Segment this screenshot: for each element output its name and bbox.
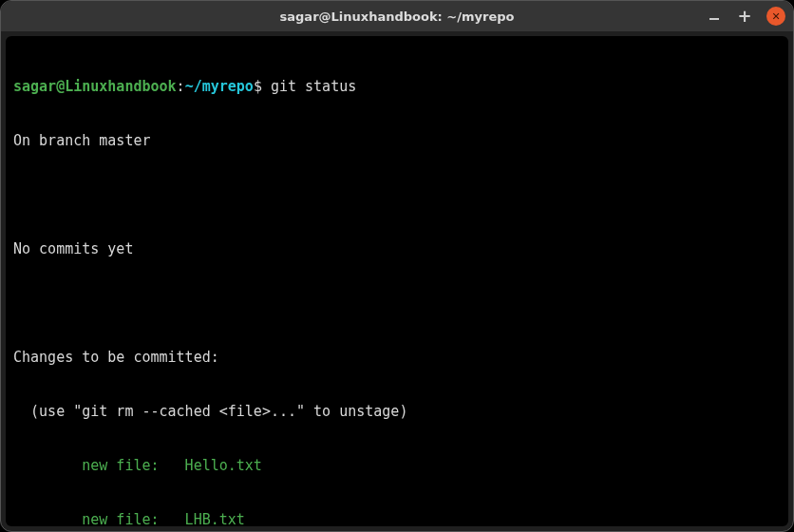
- prompt-colon: :: [177, 78, 185, 95]
- prompt-dollar: $: [254, 78, 262, 95]
- staged-file: new file: Hello.txt: [13, 457, 781, 475]
- output-line: No commits yet: [13, 240, 781, 258]
- prompt-path: ~/myrepo: [185, 78, 254, 95]
- staged-file: new file: LHB.txt: [13, 511, 781, 526]
- prompt-user-host: sagar@Linuxhandbook: [13, 78, 177, 95]
- titlebar: sagar@Linuxhandbook: ~/myrepo: [1, 1, 793, 31]
- command-text: git status: [271, 78, 356, 95]
- terminal-window: sagar@Linuxhandbook: ~/myrepo sagar@Linu…: [0, 0, 794, 532]
- maximize-button[interactable]: [736, 8, 753, 25]
- window-controls: [706, 1, 785, 31]
- output-line: On branch master: [13, 132, 781, 150]
- output-line: (use "git rm --cached <file>..." to unst…: [13, 403, 781, 421]
- output-line: [13, 186, 781, 204]
- window-title: sagar@Linuxhandbook: ~/myrepo: [1, 10, 793, 24]
- output-line: [13, 294, 781, 313]
- terminal-area[interactable]: sagar@Linuxhandbook:~/myrepo$ git status…: [6, 36, 788, 526]
- prompt-line: sagar@Linuxhandbook:~/myrepo$ git status: [13, 78, 781, 96]
- close-button[interactable]: [766, 7, 785, 26]
- output-line: Changes to be committed:: [13, 349, 781, 367]
- minimize-button[interactable]: [706, 8, 723, 25]
